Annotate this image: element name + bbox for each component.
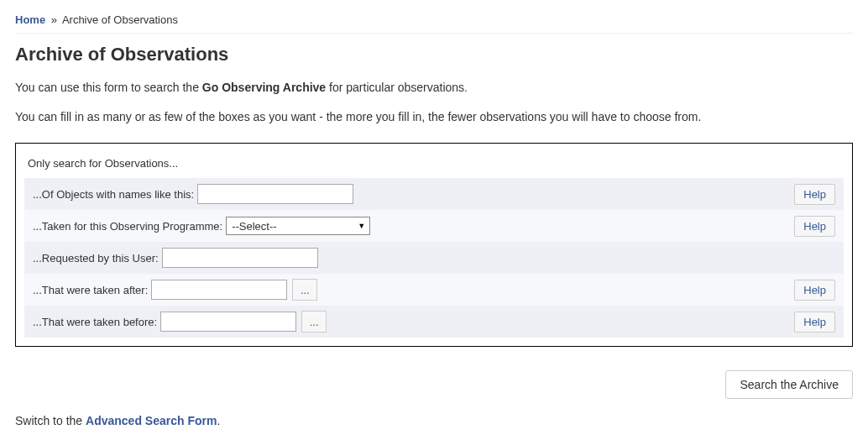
search-panel: Only search for Observations... ...Of Ob… [15, 143, 853, 347]
label-user: ...Requested by this User: [33, 252, 159, 265]
help-button-name[interactable]: Help [794, 184, 835, 205]
select-programme[interactable]: --Select-- [226, 217, 370, 235]
switch-post: . [217, 414, 220, 427]
advanced-search-link[interactable]: Advanced Search Form [86, 414, 217, 427]
row-after: ...That were taken after: ... Help [24, 274, 844, 306]
datepicker-after-button[interactable]: ... [292, 279, 317, 301]
panel-title: Only search for Observations... [24, 152, 844, 178]
help-button-before[interactable]: Help [794, 312, 835, 333]
breadcrumb-separator: » [51, 13, 57, 26]
input-before-date[interactable] [160, 312, 296, 332]
switch-form-line: Switch to the Advanced Search Form. [15, 414, 853, 427]
intro1-strong: Go Observing Archive [202, 81, 326, 94]
help-button-after[interactable]: Help [794, 280, 835, 301]
intro-text-1: You can use this form to search the Go O… [15, 79, 853, 97]
datepicker-before-button[interactable]: ... [301, 311, 327, 333]
switch-pre: Switch to the [15, 414, 86, 427]
input-user[interactable] [162, 248, 318, 268]
search-archive-button[interactable]: Search the Archive [725, 370, 853, 399]
row-user: ...Requested by this User: [24, 242, 844, 274]
row-before: ...That were taken before: ... Help [24, 306, 844, 338]
intro1-pre: You can use this form to search the [15, 81, 202, 94]
label-before: ...That were taken before: [33, 316, 157, 328]
breadcrumb: Home » Archive of Observations [15, 13, 853, 34]
label-object-name: ...Of Objects with names like this: [33, 188, 194, 201]
intro1-post: for particular observations. [326, 81, 468, 94]
breadcrumb-current: Archive of Observations [62, 13, 178, 26]
label-after: ...That were taken after: [33, 284, 148, 296]
input-after-date[interactable] [151, 280, 287, 300]
row-object-name: ...Of Objects with names like this: Help [24, 178, 844, 210]
help-button-programme[interactable]: Help [794, 216, 835, 237]
actions-bar: Search the Archive [15, 370, 853, 399]
select-programme-value: --Select-- [232, 220, 276, 233]
row-programme: ...Taken for this Observing Programme: -… [24, 210, 844, 242]
page-title: Archive of Observations [15, 44, 853, 65]
intro-text-2: You can fill in as many or as few of the… [15, 108, 853, 126]
breadcrumb-home-link[interactable]: Home [15, 13, 45, 26]
input-object-name[interactable] [197, 184, 353, 204]
label-programme: ...Taken for this Observing Programme: [33, 220, 222, 233]
